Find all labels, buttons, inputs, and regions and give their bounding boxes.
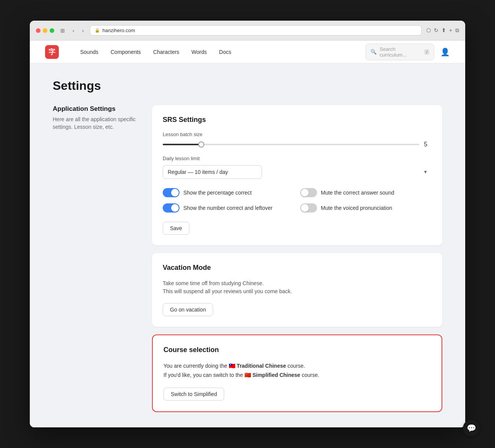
sidebar-toggle[interactable]: ⊞	[59, 27, 66, 34]
toggle-row-pct-correct: Show the percentage correct	[163, 188, 294, 197]
daily-lesson-select[interactable]: Regular — 10 items / day Low — 5 items /…	[163, 165, 262, 179]
toggle-num-correct[interactable]	[163, 203, 180, 213]
toggle-knob-mute-pronunciation	[301, 204, 309, 212]
page-content: Settings Application Settings Here are a…	[30, 63, 465, 427]
browser-chrome: ⊞ ‹ › 🔒 hanzihero.com ⬡ ↻ ⬆ + ⧉	[30, 21, 465, 41]
traditional-name: Traditional Chinese	[237, 363, 286, 369]
vacation-button[interactable]: Go on vacation	[163, 303, 213, 316]
srs-card: SRS Settings Lesson batch size 5 Daily l…	[152, 105, 442, 245]
toggle-label-mute-correct: Mute the correct answer sound	[321, 190, 394, 196]
slider-fill	[163, 144, 201, 145]
course-text-after: course.	[302, 372, 319, 378]
nav-components[interactable]: Components	[104, 41, 147, 63]
course-text-middle: course.	[288, 363, 305, 369]
course-description: You are currently doing the 🇹🇼 Tradition…	[163, 362, 431, 380]
toggle-knob-mute-correct	[301, 189, 309, 196]
settings-sidebar: Application Settings Here are all the ap…	[53, 105, 137, 412]
vacation-title: Vacation Mode	[163, 264, 432, 272]
share-icon[interactable]: ⬆	[442, 27, 446, 34]
traffic-lights	[36, 28, 54, 33]
lesson-batch-label: Lesson batch size	[163, 131, 432, 137]
toggle-label-mute-pronunciation: Mute the voiced pronunciation	[321, 205, 392, 211]
simplified-name: Simplified Chinese	[252, 372, 300, 378]
translate-icon[interactable]: ⬡	[426, 27, 431, 34]
toggle-row-mute-correct: Mute the correct answer sound	[300, 188, 432, 197]
switch-to-simplified-button[interactable]: Switch to Simplified	[163, 388, 224, 401]
nav-sounds[interactable]: Sounds	[74, 41, 104, 63]
close-button[interactable]	[36, 28, 40, 33]
select-arrow-icon: ▼	[423, 169, 428, 175]
toggle-mute-pronunciation[interactable]	[300, 203, 317, 213]
toggle-knob-num-correct	[171, 204, 179, 212]
lesson-batch-slider-row: 5	[163, 141, 432, 148]
chat-button[interactable]: 💬	[463, 420, 480, 437]
back-button[interactable]: ‹	[71, 27, 76, 34]
slider-thumb[interactable]	[198, 141, 204, 148]
vacation-description: Take some time off from studying Chinese…	[163, 279, 432, 295]
course-selection-card: Course selection You are currently doing…	[152, 334, 442, 412]
app-content: 字 Sounds Components Characters Words Doc…	[30, 41, 465, 427]
user-icon[interactable]: 👤	[440, 47, 450, 57]
simplified-flag: 🇨🇳	[244, 372, 251, 378]
forward-button[interactable]: ›	[81, 27, 86, 34]
slider-value: 5	[424, 141, 432, 148]
toggle-mute-correct[interactable]	[300, 188, 317, 197]
nav-links: Sounds Components Characters Words Docs	[74, 41, 366, 63]
srs-title: SRS Settings	[163, 116, 432, 124]
toggle-row-mute-pronunciation: Mute the voiced pronunciation	[300, 203, 432, 213]
lock-icon: 🔒	[95, 28, 100, 33]
settings-main: SRS Settings Lesson batch size 5 Daily l…	[152, 105, 442, 412]
toggle-pct-correct[interactable]	[163, 188, 180, 197]
settings-layout: Application Settings Here are all the ap…	[53, 105, 442, 412]
daily-lesson-label: Daily lesson limit	[163, 156, 432, 161]
fullscreen-button[interactable]	[50, 28, 54, 33]
main-nav: 字 Sounds Components Characters Words Doc…	[30, 41, 465, 63]
traditional-flag: 🇹🇼	[229, 363, 235, 369]
new-tab-icon[interactable]: +	[449, 27, 452, 34]
save-button[interactable]: Save	[163, 222, 189, 235]
nav-docs[interactable]: Docs	[213, 41, 238, 63]
course-text-before: You are currently doing the	[163, 363, 227, 369]
slider-track[interactable]	[163, 144, 419, 145]
toggles-grid: Show the percentage correct Mute the cor…	[163, 188, 432, 213]
page-title: Settings	[53, 79, 442, 93]
tabs-icon[interactable]: ⧉	[455, 27, 459, 34]
app-logo[interactable]: 字	[45, 45, 59, 59]
nav-characters[interactable]: Characters	[147, 41, 185, 63]
url-text: hanzihero.com	[102, 28, 135, 33]
vacation-card: Vacation Mode Take some time off from st…	[152, 253, 442, 327]
browser-window: ⊞ ‹ › 🔒 hanzihero.com ⬡ ↻ ⬆ + ⧉ 字 Sounds…	[30, 21, 465, 427]
toggle-row-num-correct: Show the number correct and leftover	[163, 203, 294, 213]
search-bar[interactable]: 🔍 Search curriculum... /	[366, 44, 434, 60]
course-text-switch: If you'd like, you can switch to the	[163, 372, 243, 378]
search-icon: 🔍	[370, 49, 377, 55]
reload-icon[interactable]: ↻	[434, 27, 438, 34]
toggle-knob-pct-correct	[171, 189, 179, 196]
chat-icon: 💬	[467, 424, 476, 433]
toggle-label-pct-correct: Show the percentage correct	[183, 190, 252, 196]
sidebar-description: Here are all the application specific se…	[53, 116, 137, 131]
search-placeholder: Search curriculum...	[380, 46, 421, 58]
sidebar-heading: Application Settings	[53, 105, 137, 113]
toggle-label-num-correct: Show the number correct and leftover	[183, 205, 272, 211]
address-bar[interactable]: 🔒 hanzihero.com	[90, 25, 421, 36]
search-shortcut: /	[424, 49, 429, 55]
daily-lesson-select-wrapper: Regular — 10 items / day Low — 5 items /…	[163, 165, 432, 179]
course-title: Course selection	[163, 346, 431, 354]
browser-actions: ⬡ ↻ ⬆ + ⧉	[426, 27, 459, 34]
minimize-button[interactable]	[43, 28, 47, 33]
nav-words[interactable]: Words	[185, 41, 213, 63]
